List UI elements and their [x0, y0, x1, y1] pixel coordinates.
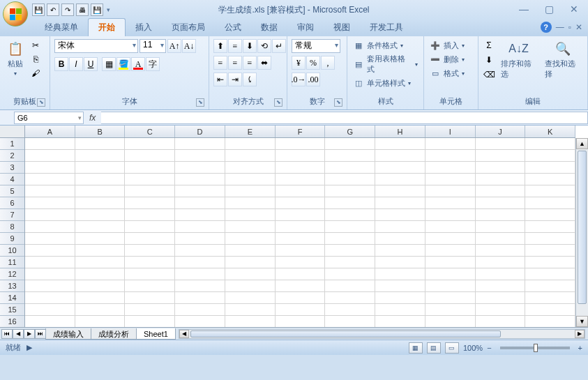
- fx-icon[interactable]: fx: [89, 113, 96, 123]
- font-color-button[interactable]: A: [131, 57, 145, 71]
- qat-undo-icon[interactable]: ↶: [47, 3, 59, 16]
- phonetic-button[interactable]: 字: [146, 57, 160, 71]
- col-header-K[interactable]: K: [525, 126, 575, 137]
- scroll-right-icon[interactable]: ▶: [575, 330, 585, 338]
- col-header-E[interactable]: E: [225, 126, 276, 137]
- merge-icon[interactable]: ⬌: [257, 56, 271, 70]
- sheet-nav-prev[interactable]: ◀: [13, 329, 24, 339]
- row-header-11[interactable]: 11: [0, 257, 24, 268]
- col-header-G[interactable]: G: [325, 126, 375, 137]
- row-header-14[interactable]: 14: [0, 292, 24, 304]
- help-icon[interactable]: ?: [541, 22, 552, 33]
- hscroll-thumb[interactable]: [190, 330, 501, 337]
- comma-icon[interactable]: ,: [321, 56, 335, 70]
- view-break-icon[interactable]: ▭: [445, 342, 459, 354]
- align-bottom-icon[interactable]: ⬇: [243, 39, 257, 53]
- view-layout-icon[interactable]: ▤: [427, 342, 441, 354]
- row-header-12[interactable]: 12: [0, 268, 24, 280]
- row-header-10[interactable]: 10: [0, 245, 24, 257]
- orientation-icon[interactable]: ⟲: [257, 39, 271, 53]
- dec-decimal-icon[interactable]: .00: [306, 73, 320, 86]
- currency-icon[interactable]: ¥: [292, 56, 306, 70]
- row-header-6[interactable]: 6: [0, 197, 24, 209]
- col-header-A[interactable]: A: [25, 126, 75, 137]
- inc-decimal-icon[interactable]: .0→: [292, 73, 306, 86]
- qat-print-icon[interactable]: 🖶: [76, 3, 89, 16]
- col-header-J[interactable]: J: [476, 126, 526, 137]
- sort-filter-button[interactable]: A↓Z 排序和筛选: [498, 39, 539, 81]
- align-center-icon[interactable]: ≡: [228, 56, 242, 70]
- conditional-format-button[interactable]: ▦条件格式▾: [352, 39, 405, 52]
- font-launcher[interactable]: ⬊: [196, 98, 204, 107]
- row-header-3[interactable]: 3: [0, 162, 24, 174]
- office-button[interactable]: [3, 1, 28, 26]
- copy-icon[interactable]: ⎘: [29, 53, 42, 66]
- autosum-icon[interactable]: Σ: [483, 39, 495, 52]
- fill-color-button[interactable]: 🪣: [116, 57, 130, 71]
- vscroll-thumb[interactable]: [578, 151, 587, 304]
- row-header-9[interactable]: 9: [0, 233, 24, 245]
- row-header-7[interactable]: 7: [0, 209, 24, 221]
- zoom-slider[interactable]: [500, 347, 570, 349]
- ribbon-restore-icon[interactable]: ▫: [568, 22, 571, 32]
- wrap-text-icon[interactable]: ↵: [272, 39, 286, 53]
- ribbon-close-icon[interactable]: ✕: [575, 22, 582, 32]
- orientation2-icon[interactable]: ⤹: [243, 73, 257, 86]
- delete-cells-button[interactable]: ➖删除▾: [428, 53, 466, 66]
- table-format-button[interactable]: ▤套用表格格式▾: [352, 53, 419, 75]
- qat-save2-icon[interactable]: 💾: [91, 3, 103, 16]
- zoom-in-button[interactable]: +: [578, 344, 582, 352]
- name-box[interactable]: G6: [14, 112, 84, 124]
- tab-formula[interactable]: 公式: [215, 19, 251, 36]
- clipboard-launcher[interactable]: ⬊: [37, 98, 45, 107]
- align-top-icon[interactable]: ⬆: [213, 39, 227, 53]
- indent-inc-icon[interactable]: ⇥: [228, 73, 242, 86]
- tab-data[interactable]: 数据: [251, 19, 287, 36]
- clear-icon[interactable]: ⌫: [483, 68, 495, 81]
- align-middle-icon[interactable]: ≡: [228, 39, 242, 53]
- tab-layout[interactable]: 页面布局: [162, 19, 215, 36]
- minimize-button[interactable]: —: [514, 3, 534, 15]
- format-painter-icon[interactable]: 🖌: [29, 67, 42, 79]
- ribbon-minimize-icon[interactable]: —: [556, 22, 564, 32]
- tab-insert[interactable]: 插入: [126, 19, 162, 36]
- macro-icon[interactable]: ▶: [27, 343, 32, 352]
- fill-icon[interactable]: ⬇: [483, 54, 495, 66]
- formula-input[interactable]: [101, 112, 588, 124]
- col-header-F[interactable]: F: [276, 126, 326, 137]
- grow-font-icon[interactable]: A↑: [167, 39, 181, 53]
- qat-redo-icon[interactable]: ↷: [61, 3, 74, 16]
- sheet-nav-next[interactable]: ▶: [24, 329, 35, 339]
- vertical-scrollbar[interactable]: ▲ ▼: [575, 138, 588, 327]
- sheet-tab-1[interactable]: 成绩分析: [91, 328, 137, 340]
- horizontal-scrollbar[interactable]: ◀ ▶: [179, 329, 585, 339]
- align-launcher[interactable]: ⬊: [274, 98, 282, 107]
- view-normal-icon[interactable]: ▦: [409, 342, 423, 354]
- row-header-4[interactable]: 4: [0, 174, 24, 185]
- col-header-I[interactable]: I: [425, 126, 476, 137]
- sheet-nav-last[interactable]: ⏭: [35, 329, 46, 339]
- tab-dev[interactable]: 开发工具: [360, 19, 413, 36]
- maximize-button[interactable]: ▢: [539, 3, 559, 15]
- scroll-left-icon[interactable]: ◀: [179, 330, 189, 338]
- insert-cells-button[interactable]: ➕插入▾: [428, 39, 466, 52]
- close-button[interactable]: ✕: [564, 3, 584, 15]
- bold-button[interactable]: B: [54, 57, 68, 71]
- row-header-5[interactable]: 5: [0, 185, 24, 197]
- tab-classic[interactable]: 经典菜单: [35, 19, 88, 36]
- font-size-combo[interactable]: 11: [140, 39, 166, 53]
- font-name-combo[interactable]: 宋体: [54, 39, 138, 53]
- align-left-icon[interactable]: ≡: [213, 56, 227, 70]
- underline-button[interactable]: U: [84, 57, 98, 71]
- find-select-button[interactable]: 🔍 查找和选择: [542, 39, 583, 81]
- sheet-nav-first[interactable]: ⏮: [1, 329, 13, 339]
- row-header-2[interactable]: 2: [0, 150, 24, 162]
- row-header-8[interactable]: 8: [0, 221, 24, 233]
- col-header-B[interactable]: B: [75, 126, 126, 137]
- tab-review[interactable]: 审阅: [287, 19, 324, 36]
- col-header-H[interactable]: H: [375, 126, 425, 137]
- indent-dec-icon[interactable]: ⇤: [213, 73, 227, 86]
- shrink-font-icon[interactable]: A↓: [182, 39, 196, 53]
- select-all-corner[interactable]: [0, 126, 25, 138]
- paste-button[interactable]: 📋 粘贴 ▾: [4, 39, 27, 78]
